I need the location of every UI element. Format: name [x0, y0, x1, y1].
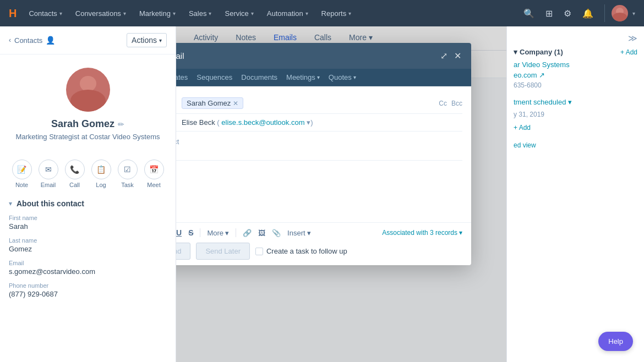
- follow-up-label: Create a task to follow up: [266, 247, 347, 255]
- modal-close-button[interactable]: ✕: [453, 50, 462, 62]
- insert-chevron-icon: ▾: [307, 229, 311, 237]
- nav-marketing[interactable]: Marketing ▾: [134, 6, 181, 21]
- bcc-button[interactable]: Bcc: [451, 100, 462, 107]
- from-email-link[interactable]: elise.s.beck@outlook.com: [221, 118, 304, 127]
- task-icon: ☑: [118, 160, 138, 179]
- nav-service[interactable]: Service ▾: [219, 6, 259, 21]
- last-name-field: Last name Gomez: [9, 237, 167, 253]
- deal-date: y 31, 2019: [514, 111, 637, 118]
- collapse-sidebar-button[interactable]: ≫: [514, 33, 637, 43]
- modal-toolbar: Templates Sequences Documents Meetings ▾…: [176, 69, 471, 86]
- email-value: s.gomez@costarvideo.com: [9, 267, 167, 276]
- remove-recipient-button[interactable]: ✕: [233, 100, 238, 107]
- send-button[interactable]: Send: [176, 243, 190, 260]
- actions-button[interactable]: Actions ▾: [127, 33, 167, 47]
- deals-section: tment scheduled ▾ y 31, 2019 + Add: [514, 98, 637, 131]
- first-name-value: Sarah: [9, 222, 167, 231]
- link-tool[interactable]: 🔗: [243, 229, 252, 237]
- about-chevron-icon: ▾: [9, 200, 12, 207]
- company-section-title: ▾ Company (1): [514, 48, 563, 56]
- edit-contact-icon[interactable]: ✏: [118, 120, 124, 129]
- from-name: Elise Beck ( elise.s.beck@outlook.com ▾): [182, 118, 313, 127]
- nav-reports[interactable]: Reports ▾: [316, 6, 357, 21]
- task-label: Task: [121, 182, 134, 188]
- phone-field: Phone number (877) 929-0687: [9, 282, 167, 298]
- subject-input[interactable]: [176, 146, 462, 155]
- top-nav: H Contacts ▾ Conversations ▾ Marketing ▾…: [0, 0, 644, 26]
- cc-bcc-row: Cc Bcc: [439, 100, 462, 107]
- company-website-link[interactable]: eo.com ↗: [514, 71, 637, 79]
- email-icon: ✉: [39, 160, 58, 179]
- email-body-area[interactable]: [176, 161, 462, 216]
- nav-automation[interactable]: Automation ▾: [261, 6, 314, 21]
- meet-label: Meet: [147, 182, 160, 188]
- first-name-field: First name Sarah: [9, 215, 167, 231]
- subject-label: Subject: [176, 138, 179, 146]
- send-later-button[interactable]: Send Later: [196, 243, 250, 260]
- modal-header: ▾ Email ⤢ ✕: [176, 43, 471, 69]
- cc-button[interactable]: Cc: [439, 100, 447, 107]
- hubspot-logo[interactable]: H: [9, 7, 17, 20]
- underline-tool[interactable]: U: [176, 228, 182, 237]
- company-section-header[interactable]: ▾ Company (1) + Add: [514, 48, 637, 56]
- meetings-tool[interactable]: Meetings ▾: [286, 73, 320, 81]
- note-label: Note: [15, 182, 28, 188]
- templates-tool[interactable]: Templates: [176, 73, 188, 81]
- note-button[interactable]: 📝 Note: [12, 160, 32, 188]
- main-layout: ‹ Contacts 👤 Actions ▾ Sarah Gomez ✏ Mar…: [0, 26, 644, 362]
- user-avatar[interactable]: [612, 5, 628, 21]
- associated-chevron-icon: ▾: [459, 229, 462, 237]
- add-deal-button[interactable]: + Add: [514, 124, 531, 131]
- nav-marketing-chevron: ▾: [173, 10, 176, 17]
- image-tool[interactable]: 🖼: [258, 229, 265, 237]
- modal-expand-button[interactable]: ⤢: [439, 50, 449, 62]
- notifications-icon[interactable]: 🔔: [578, 5, 598, 22]
- action-buttons-row: 📝 Note ✉ Email 📞 Call 📋 Log ☑ Task 📅 M: [0, 151, 176, 193]
- settings-icon[interactable]: ⚙: [559, 5, 576, 22]
- follow-up-checkbox[interactable]: [255, 248, 263, 255]
- email-button[interactable]: ✉ Email: [39, 160, 58, 188]
- task-button[interactable]: ☑ Task: [118, 160, 138, 188]
- log-label: Log: [96, 182, 106, 188]
- marketplace-icon[interactable]: ⊞: [541, 5, 557, 22]
- nav-contacts[interactable]: Contacts ▾: [23, 6, 67, 21]
- quotes-tool[interactable]: Quotes ▾: [329, 73, 356, 81]
- about-section: ▾ About this contact First name Sarah La…: [0, 193, 176, 311]
- email-modal: ▾ Email ⤢ ✕ Templates Sequences: [176, 43, 471, 265]
- attachment-tool[interactable]: 📎: [272, 229, 281, 237]
- sequences-tool[interactable]: Sequences: [197, 73, 232, 81]
- to-field-row: To Sarah Gomez ✕ Cc Bcc: [176, 93, 462, 114]
- insert-button[interactable]: Insert ▾: [287, 229, 311, 237]
- modal-footer: B I U S More ▾ 🔗 🖼 📎: [176, 222, 471, 265]
- toolbar-separator: [200, 228, 200, 237]
- actions-chevron-icon: ▾: [159, 37, 162, 43]
- phone-value: (877) 929-0687: [9, 290, 167, 298]
- company-name-link[interactable]: ar Video Systems: [514, 61, 637, 69]
- back-arrow-icon: ‹: [9, 36, 11, 44]
- deals-status-link[interactable]: tment scheduled ▾: [514, 98, 572, 106]
- user-menu-chevron[interactable]: ▾: [632, 10, 635, 17]
- contact-name-row: Sarah Gomez ✏: [51, 118, 124, 130]
- add-company-button[interactable]: + Add: [620, 48, 637, 56]
- about-header[interactable]: ▾ About this contact: [9, 199, 167, 208]
- back-to-contacts[interactable]: ‹ Contacts 👤: [9, 36, 55, 45]
- email-field: Email s.gomez@costarvideo.com: [9, 260, 167, 276]
- documents-tool[interactable]: Documents: [241, 73, 277, 81]
- nav-conversations[interactable]: Conversations ▾: [70, 6, 132, 21]
- nav-sales[interactable]: Sales ▾: [183, 6, 217, 21]
- call-button[interactable]: 📞 Call: [65, 160, 85, 188]
- modal-title-row: ▾ Email: [176, 51, 184, 61]
- contact-title: Marketing Strategist at Costar Video Sys…: [15, 132, 160, 142]
- from-field-row: From Elise Beck ( elise.s.beck@outlook.c…: [176, 114, 462, 131]
- meet-button[interactable]: 📅 Meet: [144, 160, 164, 188]
- more-formatting-button[interactable]: More ▾: [207, 229, 229, 237]
- log-button[interactable]: 📋 Log: [91, 160, 111, 188]
- left-sidebar: ‹ Contacts 👤 Actions ▾ Sarah Gomez ✏ Mar…: [0, 26, 176, 362]
- help-button[interactable]: Help: [598, 332, 633, 351]
- timeline-view-link[interactable]: ed view: [514, 141, 536, 149]
- search-icon[interactable]: 🔍: [519, 5, 539, 22]
- associated-records-button[interactable]: Associated with 3 records ▾: [382, 229, 462, 237]
- last-name-value: Gomez: [9, 245, 167, 253]
- strikethrough-tool[interactable]: S: [188, 228, 193, 237]
- company-section: ▾ Company (1) + Add ar Video Systems eo.…: [514, 48, 637, 89]
